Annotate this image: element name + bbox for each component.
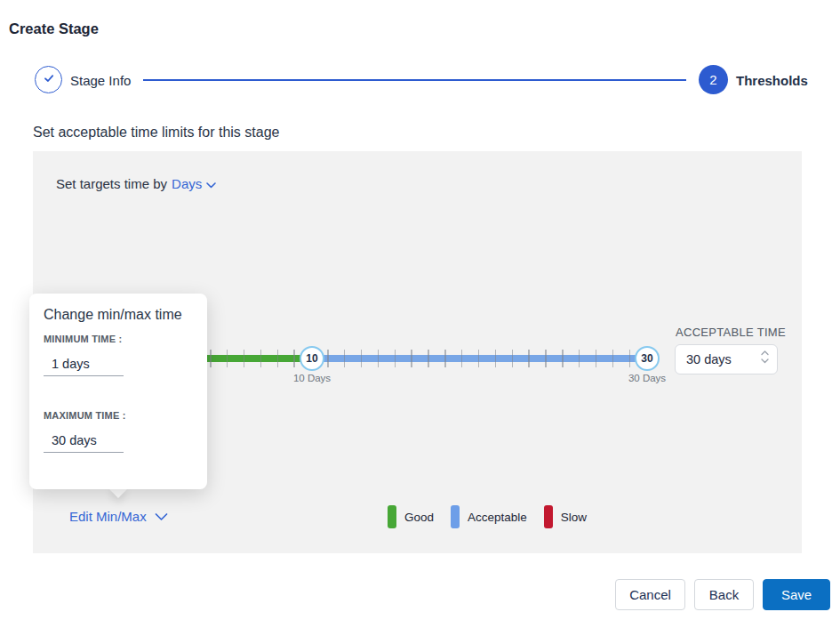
save-button[interactable]: Save: [763, 579, 830, 610]
legend-label-acceptable: Acceptable: [468, 511, 527, 524]
create-stage-dialog: Create Stage Stage Info 2 Thresholds Set…: [0, 0, 840, 620]
slider-handle-min-value: 10: [306, 352, 317, 365]
acceptable-time-input[interactable]: [686, 345, 748, 374]
acceptable-time-label: ACCEPTABLE TIME: [676, 326, 786, 339]
slider-handle-max-value: 30: [641, 352, 652, 365]
step-stage-info-indicator[interactable]: [35, 66, 62, 93]
back-button[interactable]: Back: [694, 579, 754, 610]
chevron-down-icon: [202, 176, 216, 191]
legend-item-good: Good: [388, 505, 434, 528]
target-time-row: Set targets time by Days: [56, 176, 216, 191]
acceptable-time-spinner: [761, 350, 769, 364]
legend-label-good: Good: [404, 511, 434, 524]
check-icon: [42, 71, 56, 89]
target-time-prefix: Set targets time by: [56, 176, 167, 191]
maximum-time-label: MAXIMUM TIME :: [44, 410, 126, 421]
threshold-legend: Good Acceptable Slow: [388, 505, 604, 528]
slow-swatch: [544, 505, 553, 528]
step-number: 2: [709, 72, 716, 87]
section-heading: Set acceptable time limits for this stag…: [33, 125, 279, 141]
stepper-connector-line: [143, 79, 686, 81]
step-label-stage-info[interactable]: Stage Info: [70, 73, 131, 88]
minimum-time-input[interactable]: [44, 351, 124, 376]
spinner-up-icon[interactable]: [761, 350, 769, 356]
slider-handle-max[interactable]: 30: [635, 346, 660, 371]
cancel-button[interactable]: Cancel: [615, 579, 685, 610]
legend-item-acceptable: Acceptable: [451, 505, 527, 528]
good-swatch: [388, 505, 396, 528]
change-minmax-popup: Change min/max time MINIMUM TIME : MAXIM…: [29, 294, 207, 489]
page-title: Create Stage: [9, 20, 99, 37]
slider-min-day-label: 10 Days: [276, 373, 348, 383]
acceptable-swatch: [451, 505, 460, 528]
step-label-thresholds[interactable]: Thresholds: [736, 73, 808, 88]
maximum-time-input[interactable]: [44, 428, 124, 453]
legend-label-slow: Slow: [561, 511, 587, 524]
step-thresholds-indicator[interactable]: 2: [699, 65, 728, 94]
slider-handle-min[interactable]: 10: [300, 346, 324, 371]
slider-max-day-label: 30 Days: [612, 373, 683, 383]
edit-minmax-label: Edit Min/Max: [69, 509, 147, 524]
target-unit-value: Days: [172, 176, 202, 191]
chevron-down-icon: [155, 509, 168, 524]
minimum-time-label: MINIMUM TIME :: [44, 334, 122, 344]
target-unit-dropdown[interactable]: Days: [172, 176, 216, 191]
popup-title: Change min/max time: [44, 307, 182, 323]
legend-item-slow: Slow: [544, 505, 587, 528]
slider-tick-marks: [161, 350, 647, 367]
edit-minmax-link[interactable]: Edit Min/Max: [69, 509, 168, 524]
spinner-down-icon[interactable]: [761, 358, 769, 364]
acceptable-time-field: [675, 344, 778, 374]
